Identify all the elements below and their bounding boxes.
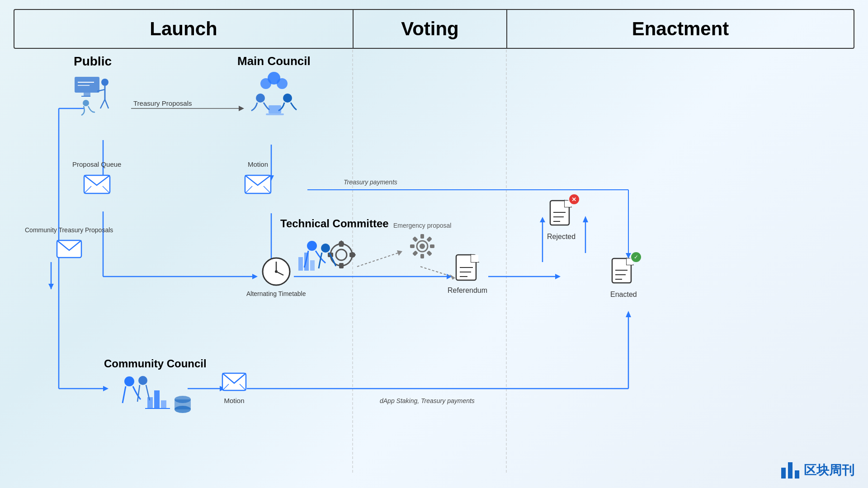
svg-rect-88 bbox=[426, 250, 432, 256]
technical-committee-illustration bbox=[296, 232, 373, 277]
svg-marker-26 bbox=[583, 216, 588, 222]
svg-rect-55 bbox=[269, 105, 281, 113]
svg-point-71 bbox=[307, 241, 317, 251]
public-illustration bbox=[72, 72, 113, 122]
main-council-node: Main Council bbox=[237, 54, 311, 117]
svg-rect-83 bbox=[410, 244, 415, 248]
svg-rect-109 bbox=[161, 400, 166, 408]
dapp-staking-label: dApp Staking, Treasury payments bbox=[380, 397, 475, 406]
rejected-badge-icon: ✕ bbox=[569, 194, 579, 204]
svg-rect-108 bbox=[154, 390, 160, 408]
svg-rect-85 bbox=[426, 236, 432, 242]
svg-rect-81 bbox=[420, 234, 424, 239]
enacted-badge-icon: ✓ bbox=[631, 252, 641, 262]
envelope-proposal-queue bbox=[82, 171, 112, 196]
svg-rect-91 bbox=[471, 255, 478, 262]
treasury-proposals-label: Treasury Proposals bbox=[133, 99, 192, 107]
proposal-queue-label: Proposal Queue bbox=[72, 160, 121, 168]
svg-point-44 bbox=[101, 79, 108, 86]
public-label: Public bbox=[74, 54, 112, 69]
document-referendum-icon bbox=[454, 253, 481, 284]
emergency-proposal-label: Emergency proposal bbox=[393, 221, 451, 230]
referendum-label: Referendum bbox=[448, 286, 487, 295]
svg-rect-66 bbox=[339, 263, 344, 268]
svg-point-64 bbox=[336, 249, 347, 260]
svg-marker-24 bbox=[540, 217, 545, 222]
gear-emergency-icon bbox=[408, 232, 436, 260]
svg-rect-86 bbox=[412, 250, 418, 256]
technical-committee-label: Technical Committee bbox=[280, 217, 389, 230]
svg-rect-84 bbox=[430, 244, 434, 248]
svg-rect-107 bbox=[147, 397, 153, 408]
motion-bottom-node: Motion bbox=[221, 371, 248, 404]
svg-marker-22 bbox=[555, 274, 561, 279]
motion-bottom-label: Motion bbox=[224, 397, 244, 404]
svg-rect-75 bbox=[310, 260, 315, 271]
svg-rect-87 bbox=[412, 236, 418, 242]
enacted-node: ✓ Enacted bbox=[610, 257, 637, 299]
envelope-motion-bottom bbox=[221, 371, 248, 394]
envelope-motion-top bbox=[243, 171, 273, 196]
motion-top-label: Motion bbox=[248, 160, 268, 168]
svg-marker-15 bbox=[48, 284, 54, 289]
community-council-illustration bbox=[116, 372, 195, 413]
watermark: 区块周刊 bbox=[781, 462, 854, 479]
proposal-queue-node: Proposal Queue bbox=[72, 160, 121, 196]
rejected-label: Rejected bbox=[547, 233, 576, 241]
header: Launch Voting Enactment bbox=[14, 9, 854, 49]
svg-rect-56 bbox=[266, 113, 284, 115]
alternating-timetable-label: Alternating Timetable bbox=[246, 290, 306, 298]
svg-point-113 bbox=[175, 406, 191, 413]
svg-point-106 bbox=[124, 376, 134, 386]
svg-point-72 bbox=[321, 244, 330, 253]
watermark-logo bbox=[781, 462, 799, 479]
alternating-timetable-node: Alternating Timetable bbox=[246, 256, 306, 298]
main-council-illustration bbox=[242, 70, 306, 117]
emergency-proposal-node: Emergency proposal bbox=[393, 221, 451, 260]
rejected-node: ✕ Rejected bbox=[547, 199, 576, 241]
watermark-text: 区块周刊 bbox=[804, 462, 854, 479]
referendum-node: Referendum bbox=[448, 253, 487, 295]
svg-point-51 bbox=[260, 78, 271, 89]
svg-line-48 bbox=[105, 99, 108, 108]
svg-point-89 bbox=[420, 244, 425, 249]
svg-rect-39 bbox=[75, 77, 99, 93]
svg-point-54 bbox=[283, 94, 292, 103]
envelope-community-treasury bbox=[55, 237, 83, 260]
svg-rect-82 bbox=[420, 254, 424, 258]
clock-icon bbox=[261, 256, 292, 287]
enacted-label: Enacted bbox=[610, 291, 637, 299]
header-enactment: Enactment bbox=[507, 10, 854, 48]
svg-point-52 bbox=[277, 78, 288, 89]
header-voting: Voting bbox=[354, 10, 507, 48]
motion-top-node: Motion bbox=[243, 160, 273, 196]
community-treasury-label: Community Treasury Proposals bbox=[25, 226, 113, 234]
community-treasury-node: Community Treasury Proposals bbox=[25, 226, 113, 260]
svg-point-53 bbox=[256, 94, 265, 103]
main-council-label: Main Council bbox=[237, 54, 311, 68]
header-launch: Launch bbox=[14, 10, 354, 48]
svg-point-49 bbox=[83, 100, 89, 106]
document-rejected-icon bbox=[548, 199, 575, 228]
treasury-payments-label: Treasury payments bbox=[344, 178, 397, 186]
community-council-label: Community Council bbox=[104, 357, 207, 371]
community-council-node: Community Council bbox=[104, 357, 207, 413]
public-node: Public bbox=[72, 54, 113, 122]
svg-rect-40 bbox=[84, 93, 90, 96]
svg-line-47 bbox=[100, 99, 105, 108]
svg-point-114 bbox=[138, 376, 147, 385]
svg-marker-34 bbox=[626, 311, 631, 317]
